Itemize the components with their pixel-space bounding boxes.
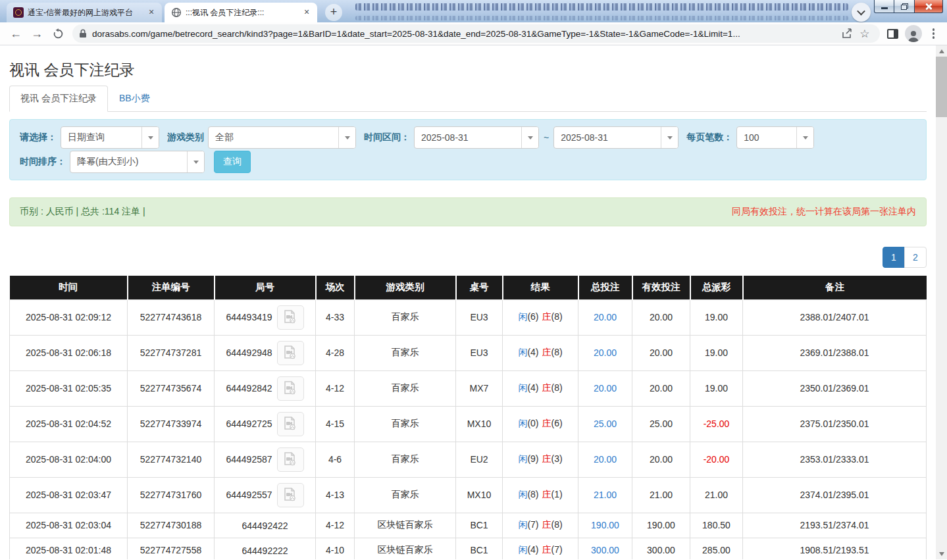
- forward-button[interactable]: →: [28, 24, 46, 43]
- cell-round: 644492948: [215, 335, 316, 370]
- round-number: 644492948: [226, 347, 272, 358]
- scrollbar-thumb[interactable]: [936, 57, 947, 117]
- table-row: 2025-08-31 02:03:47 522774731760 6444925…: [10, 477, 927, 513]
- chevron-down-icon[interactable]: [796, 127, 813, 148]
- total-bet-link[interactable]: 20.00: [594, 347, 617, 358]
- chevron-down-icon[interactable]: [338, 127, 355, 148]
- total-bet-link[interactable]: 300.00: [591, 545, 619, 555]
- url-text[interactable]: dorasabs.com/game/betrecord_search/kind3…: [92, 29, 838, 39]
- cell-result: 闲(6)庄(8): [503, 299, 578, 335]
- result-player: 闲: [518, 519, 527, 530]
- cell-session: 4-15: [316, 406, 355, 442]
- share-button[interactable]: [842, 28, 853, 39]
- page-button-2[interactable]: 2: [904, 247, 927, 268]
- chevron-down-icon[interactable]: [141, 127, 159, 148]
- date-end-select[interactable]: 2025-08-31: [553, 126, 678, 149]
- reload-icon: [53, 28, 64, 39]
- cell-game-type: 百家乐: [355, 477, 456, 513]
- cell-bet-id: 522774730188: [128, 513, 215, 538]
- column-header: 总投注: [578, 276, 632, 299]
- page-button-1[interactable]: 1: [883, 247, 905, 268]
- total-bet-link[interactable]: 25.00: [594, 419, 617, 429]
- profile-button[interactable]: [905, 25, 922, 42]
- sort-select[interactable]: 降幂(由大到小): [70, 151, 205, 173]
- result-banker: 庄: [542, 311, 551, 322]
- cell-payout: 180.50: [690, 513, 743, 538]
- cell-table-number: BC1: [456, 538, 503, 559]
- date-type-select[interactable]: 日期查询: [61, 126, 159, 149]
- table-row: 2025-08-31 02:09:12 522774743618 6444934…: [10, 299, 927, 335]
- new-tab-button[interactable]: +: [325, 4, 342, 21]
- bookmark-button[interactable]: ☆: [859, 27, 869, 41]
- cell-note: 2375.01/2350.01: [743, 406, 927, 442]
- page-title: 视讯 会员下注纪录: [9, 60, 927, 80]
- column-header: 总派彩: [690, 276, 743, 299]
- titlebar-artifact: [355, 16, 848, 20]
- cell-note: 2369.01/2388.01: [743, 335, 927, 370]
- video-replay-button[interactable]: [277, 412, 304, 436]
- cell-session: 4-6: [316, 442, 355, 477]
- scroll-up-button[interactable]: [936, 45, 947, 57]
- round-number: 644493419: [226, 312, 272, 322]
- reload-button[interactable]: [49, 24, 67, 43]
- address-bar[interactable]: dorasabs.com/game/betrecord_search/kind3…: [72, 24, 880, 43]
- bet-records-table: 时间注单编号局号场次游戏类别桌号结果总投注有效投注总派彩备注 2025-08-3…: [9, 276, 927, 559]
- select-type-label: 请选择：: [20, 132, 57, 143]
- total-bet-link[interactable]: 190.00: [591, 520, 619, 530]
- video-replay-button[interactable]: [277, 447, 304, 472]
- chevron-down-icon[interactable]: [521, 127, 538, 148]
- total-bet-link[interactable]: 21.00: [594, 490, 617, 500]
- result-player: 闲: [518, 453, 527, 464]
- chevron-down-icon[interactable]: [661, 127, 678, 148]
- cell-valid-bet: 20.00: [632, 299, 690, 335]
- video-replay-button[interactable]: [277, 483, 304, 507]
- scroll-down-button[interactable]: [936, 548, 947, 559]
- cell-note: 2350.01/2369.01: [743, 370, 927, 406]
- close-icon: [925, 3, 933, 11]
- per-page-select[interactable]: 100: [736, 126, 814, 149]
- close-window-button[interactable]: [915, 0, 943, 13]
- table-row: 2025-08-31 02:03:04 522774730188 6444924…: [10, 513, 927, 538]
- video-file-icon: [282, 309, 298, 325]
- total-bet-link[interactable]: 20.00: [594, 312, 617, 322]
- total-bet-link[interactable]: 20.00: [594, 454, 617, 465]
- cell-note: 2374.01/2395.01: [743, 477, 927, 513]
- video-replay-button[interactable]: [277, 376, 304, 401]
- chevron-down-icon[interactable]: [187, 151, 204, 172]
- browser-menu-button[interactable]: [929, 28, 939, 39]
- result-player: 闲: [518, 382, 527, 393]
- side-panel-button[interactable]: [887, 29, 898, 39]
- restore-button[interactable]: [894, 0, 915, 13]
- game-type-select[interactable]: 全部: [208, 126, 356, 149]
- result-player: 闲: [518, 347, 527, 357]
- date-start-select[interactable]: 2025-08-31: [414, 126, 539, 149]
- video-replay-button[interactable]: [277, 305, 304, 330]
- tab-betrecord[interactable]: 视讯 会员下注纪录: [9, 86, 108, 112]
- browser-tab-inactive[interactable]: 通宝-信誉最好的网上游戏平台 ×: [7, 3, 162, 22]
- total-bet-link[interactable]: 20.00: [594, 383, 617, 394]
- more-vert-icon: [933, 28, 935, 31]
- column-header: 桌号: [456, 276, 503, 299]
- summary-notice: 同局有效投注，统一计算在该局第一张注单内: [732, 206, 916, 218]
- cell-time: 2025-08-31 02:01:48: [10, 538, 128, 559]
- video-replay-button[interactable]: [277, 341, 304, 365]
- cell-bet-id: 522774735674: [128, 370, 215, 406]
- page-scrollbar[interactable]: [936, 45, 947, 559]
- cell-game-type: 区块链百家乐: [355, 538, 456, 559]
- page-viewport: 视讯 会员下注纪录 视讯 会员下注纪录 BB小费 请选择： 日期查询 游戏类别 …: [0, 45, 947, 559]
- tab-close-icon[interactable]: ×: [301, 7, 312, 18]
- minimize-button[interactable]: [874, 0, 894, 13]
- tab-bb-tip[interactable]: BB小费: [108, 86, 161, 112]
- cell-session: 4-28: [316, 335, 355, 370]
- globe-icon: [171, 7, 182, 18]
- result-banker: 庄: [542, 519, 551, 530]
- cell-round: 644492422: [215, 513, 316, 538]
- back-button[interactable]: ←: [7, 24, 25, 43]
- tab-close-icon[interactable]: ×: [146, 7, 157, 18]
- query-button[interactable]: 查询: [214, 151, 251, 173]
- round-number: 644492842: [226, 383, 272, 394]
- cell-time: 2025-08-31 02:04:00: [10, 442, 128, 477]
- browser-tab-active[interactable]: :::视讯 会员下注纪录::: ×: [165, 3, 317, 22]
- column-header: 局号: [215, 276, 316, 299]
- tab-search-button[interactable]: [852, 3, 871, 22]
